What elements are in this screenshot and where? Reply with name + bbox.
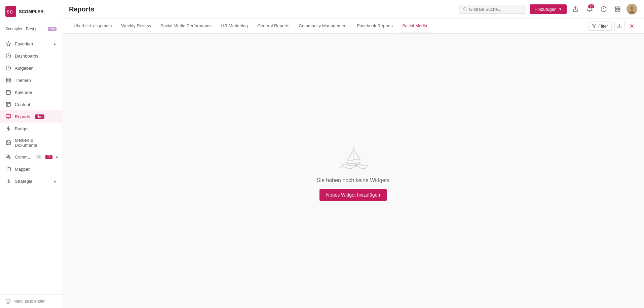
sidebar-item-budget[interactable]: Budget [0, 123, 62, 135]
svg-rect-37 [618, 7, 620, 8]
svg-marker-2 [6, 41, 10, 46]
tab-ueberblick[interactable]: Überblick allgemein [69, 19, 116, 33]
content-icon [5, 101, 11, 107]
svg-point-23 [7, 142, 8, 142]
tab-actions: Filter [588, 21, 637, 31]
info-icon [601, 6, 607, 12]
sidebar-item-dashboards[interactable]: Dashboards [0, 50, 62, 62]
filter-button[interactable]: Filter [588, 22, 612, 31]
budget-icon [5, 126, 11, 132]
sidebar-item-community[interactable]: Comm... 0 72 ▶ [0, 151, 62, 163]
info-button[interactable] [598, 4, 609, 14]
sidebar-item-aufgaben-label: Aufgaben [15, 66, 34, 71]
strategie-arrow-icon: ▶ [54, 179, 56, 183]
notification-badge: 12 [588, 4, 594, 8]
sidebar-item-strategie[interactable]: Strategie ▶ [0, 175, 62, 187]
sidebar-item-kalender[interactable]: Kalender [0, 86, 62, 98]
workspace-badge: Pro [48, 27, 56, 31]
settings-icon [629, 23, 635, 29]
svg-rect-10 [6, 80, 8, 82]
top-header: Reports Hinzufügen ▼ 12 [62, 0, 644, 19]
avatar-image [627, 4, 637, 14]
hide-menu-button[interactable]: Menü ausblenden [5, 299, 56, 304]
sidebar-item-reports-label: Reports [15, 114, 30, 119]
media-icon [5, 140, 11, 146]
sidebar-item-medien[interactable]: Medien & Dokumente [0, 135, 62, 151]
sidebar-logo: SC SCOMPLER [0, 0, 62, 23]
favoriten-arrow-icon: ▶ [54, 42, 56, 46]
hide-menu-label: Menü ausblenden [13, 299, 45, 304]
sidebar-item-dashboards-label: Dashboards [15, 54, 38, 59]
grid-button[interactable] [612, 4, 623, 14]
sidebar-item-strategie-label: Strategie [15, 179, 32, 184]
themes-icon [5, 77, 11, 83]
svg-point-30 [463, 7, 466, 10]
tab-community[interactable]: Community Management [294, 19, 352, 33]
global-search-box[interactable] [459, 5, 526, 14]
tab-facebook[interactable]: Facebook Reports [352, 19, 397, 33]
svg-line-31 [466, 10, 466, 10]
svg-text:SC: SC [7, 9, 13, 14]
svg-rect-9 [9, 80, 10, 82]
header-right: Hinzufügen ▼ 12 [459, 4, 637, 14]
notification-button[interactable]: 12 [584, 4, 595, 14]
sidebar-item-favoriten-label: Favoriten [15, 41, 33, 46]
sidebar-item-kalender-label: Kalender [15, 90, 32, 95]
tab-bar: Überblick allgemein Weekly Review Social… [62, 19, 644, 34]
tab-weekly[interactable]: Weekly Review [116, 19, 156, 33]
sidebar-item-aufgaben[interactable]: Aufgaben [0, 62, 62, 74]
tasks-icon [5, 65, 11, 71]
svg-rect-15 [6, 102, 10, 106]
sidebar-item-medien-label: Medien & Dokumente [15, 138, 56, 148]
sidebar-nav: Favoriten ▶ Dashboards Aufgaben Themen [0, 35, 62, 294]
svg-rect-18 [6, 114, 10, 117]
svg-marker-43 [592, 24, 596, 28]
export-button[interactable] [614, 21, 624, 31]
tab-general[interactable]: General Reports [253, 19, 294, 33]
sidebar-item-favoriten[interactable]: Favoriten ▶ [0, 38, 62, 50]
tab-hr-marketing[interactable]: HR Marketing [217, 19, 253, 33]
share-icon-button[interactable] [570, 4, 581, 14]
export-icon [617, 24, 622, 28]
svg-rect-11 [6, 91, 10, 95]
sailboat-icon [338, 141, 368, 171]
sidebar-footer: Menü ausblenden [0, 294, 62, 308]
reports-icon [5, 113, 11, 119]
strategy-icon [5, 178, 11, 184]
logo-text: SCOMPLER [19, 9, 44, 14]
tab-social-media[interactable]: Social Media [397, 19, 432, 33]
add-widget-button[interactable]: Neues Widget hinzufügen [319, 189, 387, 201]
sidebar-item-content[interactable]: Content [0, 98, 62, 110]
svg-rect-38 [618, 10, 620, 11]
star-icon [5, 41, 11, 47]
sidebar-item-mappen[interactable]: Mappen [0, 163, 62, 175]
sidebar: SC SCOMPLER Scompler - Best practi... Pr… [0, 0, 62, 308]
sidebar-item-themen-label: Themen [15, 78, 31, 83]
svg-point-41 [630, 6, 634, 10]
grid-icon [615, 6, 621, 12]
empty-state-illustration [338, 141, 368, 172]
tab-social-performance[interactable]: Social Media Performance [156, 19, 216, 33]
calendar-icon [5, 89, 11, 95]
workspace-selector[interactable]: Scompler - Best practi... Pro [0, 23, 62, 35]
share-icon [572, 6, 578, 12]
filter-icon [592, 24, 597, 28]
empty-state: Sie haben noch keine Widgets Neues Widge… [317, 141, 389, 201]
sidebar-item-reports[interactable]: Reports Neu [0, 110, 62, 123]
workspace-name: Scompler - Best practi... [5, 27, 42, 31]
user-avatar[interactable] [627, 4, 637, 14]
scompler-logo-icon: SC [5, 6, 16, 17]
cursor-button[interactable] [627, 21, 637, 31]
svg-rect-8 [9, 78, 10, 80]
folder-icon [5, 166, 11, 172]
sidebar-item-budget-label: Budget [15, 126, 29, 131]
community-arrow-icon: ▶ [56, 155, 59, 159]
search-input[interactable] [469, 7, 523, 12]
main-content: Reports Hinzufügen ▼ 12 [62, 0, 644, 308]
add-button[interactable]: Hinzufügen ▼ [530, 4, 567, 14]
sidebar-item-themen[interactable]: Themen [0, 74, 62, 86]
community-icon [5, 154, 11, 160]
sidebar-item-community-label: Comm... [15, 155, 31, 160]
svg-rect-36 [615, 7, 617, 8]
sidebar-item-mappen-label: Mappen [15, 167, 31, 172]
